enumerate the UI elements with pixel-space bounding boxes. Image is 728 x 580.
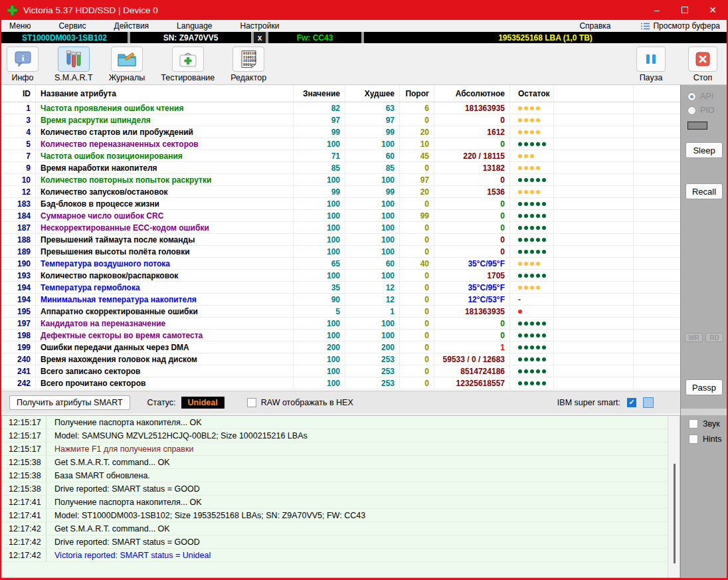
attr-value: 200 — [294, 341, 345, 353]
col-header-name[interactable]: Название атрибута — [36, 85, 294, 102]
remain-dot — [518, 310, 522, 314]
attr-id: 199 — [1, 341, 36, 353]
menu-item-buffer-view[interactable]: Просмотр буфера — [641, 21, 720, 31]
attr-threshold: 0 — [400, 234, 434, 245]
table-row[interactable]: 195Аппаратно скорректированные ошибки510… — [1, 306, 680, 318]
maximize-button[interactable] — [671, 0, 699, 20]
remain-dot — [518, 274, 522, 278]
table-row[interactable]: 4Количество стартов или пробуждений99992… — [1, 126, 680, 138]
menu-item-help[interactable]: Справка — [579, 21, 610, 31]
rd-button[interactable]: RD — [705, 333, 723, 342]
table-row[interactable]: 188Превышений таймаута после команды1001… — [1, 234, 680, 246]
info-button[interactable]: i Инфо — [7, 47, 39, 84]
attr-worst: 99 — [345, 126, 400, 138]
table-row[interactable]: 187Нескорректированные ECC-кодом ошибки1… — [1, 222, 680, 234]
col-header-remain[interactable]: Остаток — [510, 85, 554, 102]
table-row[interactable]: 1Частота проявления ошибок чтения8263618… — [1, 102, 680, 114]
sleep-button[interactable]: Sleep — [685, 142, 723, 158]
remain-dot — [530, 250, 534, 254]
attr-worst: 63 — [345, 102, 400, 114]
logs-button[interactable]: Журналы — [109, 47, 145, 84]
log-scrollbar-thumb[interactable] — [674, 464, 676, 563]
pause-button[interactable]: Пауза — [636, 47, 666, 84]
table-row[interactable]: 241Всего записано секторов10025308514724… — [1, 365, 680, 377]
attr-raw: 0 — [434, 210, 510, 221]
blank-cell — [554, 162, 634, 173]
table-row[interactable]: 7Частота ошибок позиционирования71604522… — [1, 150, 680, 162]
log-scrollbar[interactable] — [668, 416, 680, 577]
table-row[interactable]: 194Температура гермоблока3512035°C/95°F — [1, 282, 680, 294]
col-header-raw[interactable]: Абсолютное — [434, 85, 510, 102]
attr-threshold: 0 — [400, 222, 434, 233]
recall-button[interactable]: Recall — [685, 183, 723, 199]
col-header-value[interactable]: Значение — [294, 85, 345, 102]
menu-item[interactable]: Меню — [9, 21, 31, 31]
menu-item[interactable]: Language — [177, 21, 212, 31]
remain-dot — [524, 130, 528, 134]
stop-button[interactable]: Стоп — [688, 47, 717, 84]
attr-id: 12 — [1, 186, 36, 197]
smart-button[interactable]: S.M.A.R.T — [54, 47, 93, 84]
testing-button[interactable]: Тестирование — [161, 47, 215, 84]
table-row[interactable]: 184Суммарное число ошибок CRC100100990 — [1, 210, 680, 222]
table-row[interactable]: 198Дефектные секторы во время самотеста1… — [1, 330, 680, 341]
remain-dot — [536, 178, 540, 182]
col-header-worst[interactable]: Худшее — [345, 85, 400, 102]
color-indicator-square[interactable] — [643, 397, 654, 408]
hints-checkbox-row[interactable]: Hints — [689, 435, 721, 444]
table-row[interactable]: 3Время раскрутки шпинделя979700 — [1, 114, 680, 126]
get-smart-attributes-button[interactable]: Получить атрибуты SMART — [9, 395, 130, 410]
table-row[interactable]: 199Ошибки передачи данных через DMA20020… — [1, 341, 680, 353]
attr-id: 198 — [1, 330, 36, 341]
table-row[interactable]: 242Всего прочитано секторов1002530123256… — [1, 377, 680, 389]
remain-dot — [530, 166, 534, 170]
raw-hex-checkbox[interactable] — [247, 398, 256, 407]
table-row[interactable]: 189Превышения высоты полёта головки10010… — [1, 246, 680, 258]
blank-cell — [554, 210, 634, 221]
table-row[interactable]: 240Время нахождения головок над диском10… — [1, 353, 680, 365]
table-row[interactable]: 12Количество запусков/остановок999920153… — [1, 186, 680, 198]
blank-cell — [554, 126, 634, 138]
col-header-id[interactable]: ID — [1, 85, 36, 102]
pio-radio[interactable]: PIO — [687, 106, 715, 115]
menu-item[interactable]: Настройки — [240, 21, 280, 31]
hints-checkbox[interactable] — [689, 435, 698, 444]
ibm-super-smart-checkbox[interactable]: ✓ — [627, 398, 636, 407]
svg-text:i: i — [21, 53, 24, 63]
ibm-super-smart-label: IBM super smart: — [557, 398, 620, 407]
table-row[interactable]: 194Минимальная температура накопителя901… — [1, 294, 680, 306]
log-line: 12:15:17Model: SAMSUNG MZVL2512HCJQ-00BL… — [2, 429, 680, 442]
editor-button[interactable]: 0101101100111010000001 Редактор — [230, 47, 266, 84]
api-radio[interactable]: API — [687, 92, 713, 101]
blank-cell — [634, 174, 680, 185]
col-header-threshold[interactable]: Порог — [400, 85, 434, 102]
attr-worst: 100 — [345, 330, 400, 341]
minimize-button[interactable]: – — [643, 0, 671, 20]
remain-dot — [524, 142, 528, 146]
sound-checkbox-row[interactable]: Звук — [689, 419, 720, 429]
table-row[interactable]: 183Бэд-блоков в процессе жизни10010000 — [1, 198, 680, 210]
table-row[interactable]: 193Количество парковок/распарковок100100… — [1, 270, 680, 282]
log-timestamp: 12:17:41 — [2, 511, 46, 520]
remain-dot — [530, 286, 534, 290]
table-row[interactable]: 9Время наработки накопителя8585013182 — [1, 162, 680, 174]
table-row[interactable]: 10Количество повторных попыток раскрутки… — [1, 174, 680, 186]
menu-item[interactable]: Сервис — [58, 21, 86, 31]
wr-button[interactable]: WR — [685, 333, 703, 342]
table-row[interactable]: 5Количество переназначенных секторов1001… — [1, 138, 680, 150]
close-button[interactable]: ✕ — [699, 0, 727, 20]
attr-worst: 100 — [345, 234, 400, 245]
log-timestamp: 12:15:17 — [2, 431, 46, 440]
remain-dot — [518, 369, 522, 373]
passp-button[interactable]: Passp — [685, 379, 723, 395]
attr-remain-dots — [510, 282, 554, 293]
blank-cell — [634, 318, 680, 329]
remain-dot — [542, 250, 546, 254]
table-row[interactable]: 190Температура воздушного потока65604035… — [1, 258, 680, 270]
menu-item[interactable]: Действия — [114, 21, 149, 31]
table-row[interactable]: 197Кандидатов на переназначение10010000 — [1, 318, 680, 330]
log-message: Нажмите F1 для получения справки — [46, 442, 680, 455]
device-model[interactable]: ST1000DM003-1SB102 — [1, 32, 128, 43]
attr-worst: 97 — [345, 114, 400, 126]
sound-checkbox[interactable] — [689, 419, 698, 429]
